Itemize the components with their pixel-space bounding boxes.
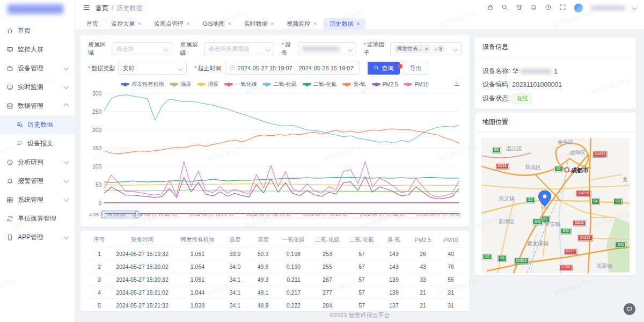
user-avatar[interactable] [574,3,583,13]
table-row: 22024-05-27 15:20:021.05434.049.60.19025… [88,260,465,273]
legend-item[interactable]: PM2.5 [372,82,398,87]
table-cell: 284 [310,299,345,312]
device-name-label: 设备名称: [482,67,510,76]
svg-text:300: 300 [92,91,101,97]
close-icon[interactable]: × [425,46,428,52]
sidebar-item-app[interactable]: APP管理 [0,228,75,247]
factor-select[interactable]: 挥发性有...× + 8 [390,42,462,55]
tab-1[interactable]: 首页 [80,18,104,30]
fullscreen-button[interactable] [559,4,566,12]
tab-4[interactable]: GIS地图× [197,18,237,30]
time-start[interactable]: 2024-05-27 15:19:07 [238,65,292,71]
table-cell: 34.1 [221,273,249,286]
legend-marker [404,83,412,85]
table-row: 32024-05-27 15:20:321.05134.149.30.21126… [88,273,465,286]
chevron-down-icon [64,178,69,183]
chevron-down-icon[interactable] [632,5,638,10]
analysis-icon [6,159,13,166]
region-select[interactable]: 请选择 [112,42,172,55]
sidebar-item-history[interactable]: 历史数据 [0,115,75,134]
table-header-cell: 采集时间 [111,233,174,247]
time-end[interactable]: 2024-05-28 15:19:07 [298,65,353,71]
timerange-label: 起止时间 [194,64,221,72]
bell-button[interactable] [530,4,537,12]
clock-button[interactable] [545,4,552,12]
sidebar-item-monitor[interactable]: 实时监测 [0,78,75,97]
close-icon[interactable]: × [138,21,141,27]
table-cell: 1.038 [174,299,221,312]
close-icon[interactable]: × [187,21,190,27]
table-cell: 0.211 [277,273,310,286]
sidebar-item-system[interactable]: 系统管理 [0,191,75,209]
lock-button[interactable] [487,4,494,12]
tab-6[interactable]: 视频监控× [281,18,323,30]
factor-more-tag[interactable]: + 8 [433,46,444,53]
table-cell: 1.051 [174,247,221,260]
legend-item[interactable]: PM10 [404,82,428,87]
tab-3[interactable]: 监测点管理× [148,18,196,30]
legend-item[interactable]: 一氧化碳 [224,80,257,88]
table-cell: 137 [379,299,409,312]
legend-label: 二氧-化硫 [273,80,296,88]
tab-2[interactable]: 监控大屏× [105,18,147,30]
sidebar-item-screen[interactable]: 监控大屏 [0,40,75,59]
sidebar-item-message[interactable]: 设备报文 [0,134,75,153]
sidebar: 首页监控大屏设备管理实时监测数据管理历史数据设备报文分析研判报警管理系统管理单位… [0,0,75,322]
close-icon[interactable]: × [356,21,360,27]
legend-label: 一氧化碳 [235,80,257,88]
bell-icon [530,4,537,11]
factor-tag[interactable]: 挥发性有...× [394,45,430,53]
history-line-chart[interactable]: 050100150200250300 [88,89,462,208]
table-cell: 0.222 [277,299,310,312]
sidebar-item-database[interactable]: 数据管理 [0,97,75,115]
sidebar-item-alarm[interactable]: 报警管理 [0,172,75,191]
search-button[interactable] [501,4,508,12]
close-icon[interactable]: × [228,21,231,27]
x-axis-label: 2024-05-27 16:43:32 [303,212,348,217]
legend-item[interactable]: 二氧-化氮 [303,80,336,88]
sidebar-item-analysis[interactable]: 分析研判 [0,153,75,172]
table-cell: 2024-05-27 15:21:32 [111,299,174,312]
table-cell: 57 [345,286,379,299]
legend-item[interactable]: 温度 [170,80,191,88]
chevron-down-icon [64,196,69,202]
tab-5[interactable]: 实时数据× [238,18,280,30]
feedback-float-button[interactable] [624,303,635,315]
clock-icon [545,4,552,11]
download-icon[interactable] [453,80,460,88]
device-icon [6,65,13,72]
chat-icon [626,306,633,312]
legend-label: 湿度 [208,80,218,88]
x-axis-label: 2024-05-27 16:22:32 [246,212,291,217]
search-button[interactable]: 查询 [368,62,400,75]
collapse-menu-icon[interactable] [83,4,90,13]
close-icon[interactable]: × [313,21,317,27]
sidebar-item-home[interactable]: 首页 [0,21,75,40]
breadcrumb-home[interactable]: 首页 [96,4,108,13]
sidebar-item-device[interactable]: 设备管理 [0,59,75,78]
table-cell: 139 [379,273,409,286]
legend-item[interactable]: 湿度 [197,80,218,88]
device-select[interactable] [298,42,356,55]
level-select[interactable]: 请选择所属层级 [204,42,274,55]
export-button[interactable]: 导出 [404,62,428,75]
skin-button[interactable] [516,4,523,12]
datazoom-slider[interactable]: 4-05-2 15:19:32 2 2024-05-27 15:40:32202… [102,210,459,218]
timerange-picker[interactable]: 2024-05-27 15:19:07 - 2024-05-28 15:19:0… [225,62,360,75]
map-canvas[interactable]: 温江区金牛区成华区双流区成都市兴义镇新津区永安镇黄龙溪镇高家镇龙S8G4202S… [481,138,630,273]
tab-7[interactable]: 历史数据× [324,18,365,30]
table-header-cell: 二氧-化氮 [345,233,379,247]
close-icon[interactable]: × [270,21,274,27]
hamburger-icon [83,4,90,11]
table-cell: 49.1 [249,286,277,299]
sidebar-item-label: 设备管理 [18,64,43,73]
legend-item[interactable]: 二氧-化硫 [262,80,296,88]
database-icon [6,103,13,109]
sidebar-item-unit[interactable]: 单位换算管理 [0,209,75,228]
datatype-select[interactable]: 实时 [118,62,187,75]
legend-item[interactable]: 臭-氧 [342,80,365,88]
search-icon [501,4,508,11]
chevron-down-icon [64,84,69,89]
table-cell: 49.3 [249,273,277,286]
legend-item[interactable]: 挥发性有机物 [121,80,164,88]
